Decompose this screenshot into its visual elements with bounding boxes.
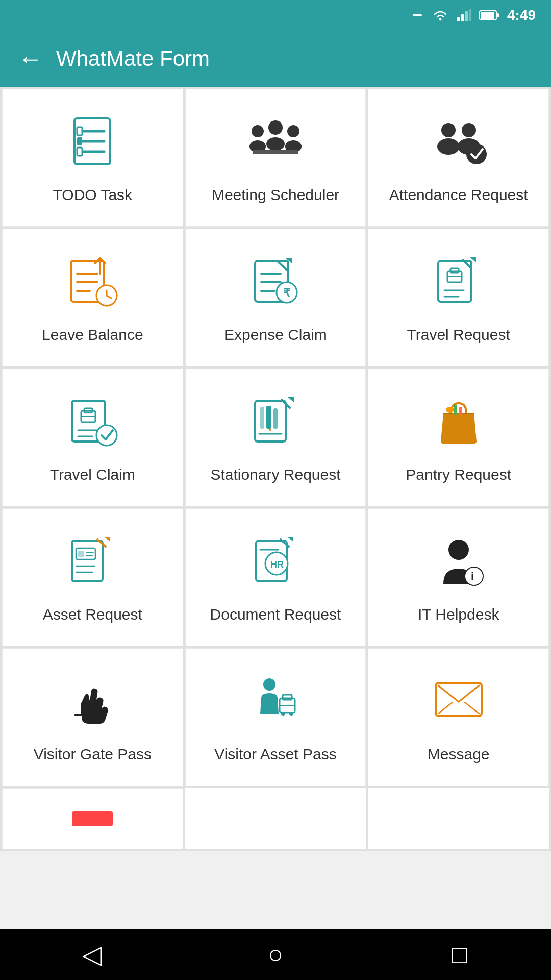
grid-item-visitor-asset-pass[interactable]: Visitor Asset Pass [185, 648, 366, 786]
svg-point-23 [441, 123, 456, 137]
svg-rect-97 [436, 683, 482, 716]
svg-text:i: i [471, 570, 474, 583]
svg-rect-22 [253, 150, 298, 154]
grid-item-partial-2 [185, 788, 366, 849]
nav-back-button[interactable]: ◁ [61, 937, 122, 972]
grid-item-leave-balance[interactable]: Leave Balance [2, 229, 183, 366]
svg-rect-74 [78, 551, 84, 557]
form-grid: TODO Task Meeting Scheduler [0, 87, 551, 788]
svg-rect-62 [273, 408, 278, 429]
svg-line-99 [459, 685, 479, 702]
svg-marker-64 [269, 429, 271, 432]
asset-request-label: Asset Request [43, 604, 142, 624]
pantry-request-label: Pantry Request [406, 464, 511, 484]
message-icon [428, 670, 489, 731]
grid-item-stationary-request[interactable]: Stationary Request [185, 369, 366, 506]
travel-request-icon [428, 251, 489, 312]
svg-point-16 [252, 125, 264, 137]
back-button[interactable]: ← [15, 43, 46, 74]
svg-point-20 [287, 125, 299, 137]
svg-line-43 [278, 262, 287, 270]
meeting-scheduler-label: Meeting Scheduler [212, 185, 339, 205]
attendance-icon [428, 111, 489, 172]
travel-request-label: Travel Request [407, 325, 510, 345]
svg-rect-72 [72, 541, 103, 581]
expense-claim-label: Expense Claim [224, 325, 327, 345]
grid-item-asset-request[interactable]: Asset Request [2, 508, 183, 646]
grid-item-partial[interactable] [2, 788, 183, 849]
svg-point-25 [462, 123, 476, 137]
top-bar: ← WhatMate Form [0, 31, 551, 87]
svg-text:₹: ₹ [283, 286, 291, 299]
svg-point-1 [439, 18, 441, 21]
app-title: WhatMate Form [56, 46, 210, 71]
svg-rect-2 [457, 17, 460, 21]
leave-icon [62, 251, 123, 312]
svg-marker-67 [288, 397, 294, 402]
svg-point-24 [437, 138, 460, 155]
svg-rect-14 [77, 137, 82, 145]
meeting-icon [245, 111, 306, 172]
svg-rect-70 [459, 407, 462, 415]
svg-text:HR: HR [270, 559, 284, 570]
svg-point-18 [268, 120, 283, 135]
svg-point-71 [446, 407, 454, 413]
document-request-label: Document Request [210, 604, 341, 624]
svg-marker-85 [287, 537, 293, 542]
travel-claim-label: Travel Claim [50, 464, 135, 484]
asset-icon [62, 530, 123, 592]
visitor-gate-icon [62, 670, 123, 731]
leave-balance-label: Leave Balance [42, 325, 143, 345]
svg-rect-8 [496, 13, 499, 17]
attendance-request-label: Attendance Request [389, 185, 528, 205]
grid-item-it-helpdesk[interactable]: i IT Helpdesk [368, 508, 549, 646]
partial-icon [72, 811, 113, 826]
expense-icon: ₹ [245, 251, 306, 312]
svg-marker-78 [104, 537, 110, 542]
grid-item-travel-request[interactable]: Travel Request [368, 229, 549, 366]
helpdesk-icon: i [428, 530, 489, 592]
grid-item-attendance-request[interactable]: Attendance Request [368, 89, 549, 227]
document-icon: HR [245, 530, 306, 592]
visitor-gate-pass-label: Visitor Gate Pass [34, 744, 152, 764]
grid-item-travel-claim[interactable]: Travel Claim [2, 369, 183, 506]
svg-rect-15 [77, 148, 82, 156]
stationary-icon [245, 390, 306, 452]
grid-item-todo-task[interactable]: TODO Task [2, 89, 183, 227]
svg-rect-4 [465, 11, 468, 21]
svg-rect-63 [260, 407, 264, 429]
svg-rect-13 [77, 127, 82, 135]
svg-rect-45 [438, 261, 471, 302]
grid-item-pantry-request[interactable]: Pantry Request [368, 369, 549, 506]
status-bar: 4:49 [0, 0, 551, 31]
svg-point-96 [289, 712, 293, 716]
grid-item-visitor-gate-pass[interactable]: Visitor Gate Pass [2, 648, 183, 786]
it-helpdesk-label: IT Helpdesk [418, 604, 499, 624]
svg-rect-7 [481, 12, 494, 19]
bottom-navigation: ◁ ○ □ [0, 929, 551, 980]
nav-recent-button[interactable]: □ [429, 937, 490, 972]
svg-rect-3 [461, 14, 464, 21]
todo-task-label: TODO Task [53, 185, 133, 205]
svg-point-19 [266, 137, 285, 151]
svg-rect-0 [413, 14, 422, 16]
status-icons: 4:49 [410, 7, 536, 23]
stationary-request-label: Stationary Request [210, 464, 340, 484]
svg-rect-90 [74, 714, 85, 716]
svg-point-91 [263, 678, 276, 691]
todo-icon [62, 111, 123, 172]
svg-point-57 [96, 425, 117, 446]
grid-item-document-request[interactable]: HR Document Request [185, 508, 366, 646]
grid-item-meeting-scheduler[interactable]: Meeting Scheduler [185, 89, 366, 227]
message-label: Message [428, 744, 490, 764]
visitor-asset-icon [245, 670, 306, 731]
grid-item-message[interactable]: Message [368, 648, 549, 786]
svg-rect-5 [469, 9, 471, 21]
time-display: 4:49 [507, 7, 536, 23]
svg-line-101 [465, 702, 479, 714]
svg-point-27 [466, 144, 487, 164]
svg-line-100 [438, 702, 453, 714]
nav-home-button[interactable]: ○ [245, 937, 306, 972]
svg-line-98 [438, 685, 459, 702]
grid-item-expense-claim[interactable]: ₹ Expense Claim [185, 229, 366, 366]
